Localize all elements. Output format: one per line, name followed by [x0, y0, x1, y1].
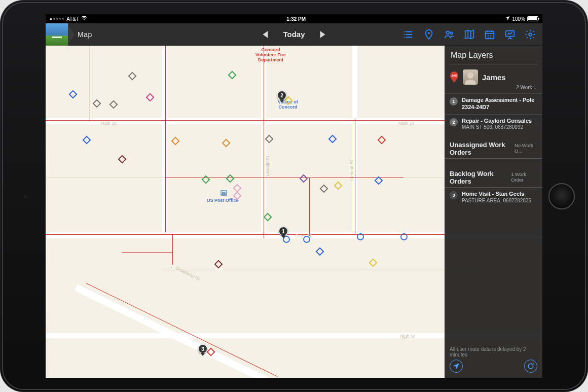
- svg-point-0: [404, 31, 405, 32]
- map-pin-2[interactable]: 2: [277, 90, 287, 100]
- work-order-item[interactable]: 1 Damage Assessment - Pole 2324-24D7: [445, 93, 542, 114]
- map-pin-1[interactable]: 1: [278, 226, 288, 236]
- work-order-item[interactable]: 2 Repair - Gaylord Gonsales MAIN ST 506,…: [445, 114, 542, 134]
- map-node[interactable]: [400, 233, 408, 240]
- street-label: Lincoln St: [265, 156, 270, 176]
- wifi-icon: [81, 16, 87, 22]
- postoffice-icon: [220, 190, 227, 196]
- app-header: Map Today: [46, 23, 542, 46]
- map-pin-icon[interactable]: [423, 28, 435, 41]
- street-label: Main St: [100, 121, 116, 126]
- footer-note: All user route data is delayed by 2 minu…: [450, 346, 537, 358]
- signal-dots: ●○○○○: [50, 17, 64, 21]
- work-order-badge: 1: [450, 97, 458, 105]
- settings-gear-icon[interactable]: [524, 28, 536, 41]
- user-work-count: 2 Work...: [445, 85, 542, 93]
- carrier-label: AT&T: [66, 16, 79, 22]
- panel-footer: All user route data is delayed by 2 minu…: [445, 342, 542, 378]
- next-day-button[interactable]: [320, 31, 325, 38]
- user-name: James: [482, 73, 506, 82]
- map-layers-panel: Map Layers JAS James 2 Work... 1 Damage …: [445, 46, 542, 378]
- calendar-icon[interactable]: [484, 28, 496, 41]
- map-node[interactable]: [357, 233, 364, 240]
- unassigned-header[interactable]: Unassigned Work Orders No Work O...: [445, 134, 542, 159]
- ios-status-bar: ●○○○○ AT&T 1:32 PM 100%: [46, 14, 542, 23]
- ipad-frame: ●○○○○ AT&T 1:32 PM 100% Map To: [0, 0, 588, 392]
- work-order-badge: 3: [450, 191, 458, 199]
- street-label: Broadway St: [175, 265, 200, 281]
- ipad-home-button[interactable]: [548, 183, 575, 209]
- map-node[interactable]: [303, 236, 310, 243]
- refresh-button[interactable]: [524, 360, 537, 373]
- svg-point-4: [446, 31, 449, 34]
- clock-label: 1:32 PM: [286, 16, 306, 22]
- street-label: Dixon St: [46, 69, 46, 86]
- date-label[interactable]: Today: [283, 30, 305, 39]
- street-label: Main St: [398, 121, 414, 126]
- poi-firedept: Concord Volunteer Fire Department: [255, 48, 286, 63]
- user-row[interactable]: JAS James: [445, 64, 542, 87]
- svg-point-8: [529, 33, 532, 36]
- street-label: High St: [400, 334, 415, 339]
- poi-postoffice: US Post Office: [207, 198, 239, 203]
- svg-point-2: [404, 37, 405, 38]
- app-logo[interactable]: [46, 23, 68, 46]
- map-view-icon[interactable]: [463, 28, 475, 41]
- presentation-icon[interactable]: [504, 28, 516, 41]
- street-label: Cleland St: [349, 160, 354, 181]
- content-area: Main St Main St Lincoln St State St Broa…: [46, 46, 542, 378]
- user-map-pin-icon: JAS: [450, 72, 459, 83]
- users-icon[interactable]: [443, 28, 455, 41]
- breadcrumb[interactable]: Map: [75, 30, 100, 39]
- locate-me-button[interactable]: [450, 360, 463, 373]
- breadcrumb-chevron: [67, 23, 75, 46]
- panel-title: Map Layers: [445, 46, 542, 64]
- work-order-item[interactable]: 3 Home Visit - Stan Geels PASTURE AREA, …: [445, 188, 542, 207]
- svg-text:JAS: JAS: [451, 74, 457, 77]
- backlog-header[interactable]: Backlog Work Orders 1 Work Order: [445, 159, 542, 188]
- svg-point-5: [450, 32, 452, 34]
- svg-rect-6: [486, 31, 494, 39]
- svg-point-3: [428, 32, 430, 34]
- svg-point-1: [404, 33, 405, 34]
- battery-pct: 100%: [512, 16, 525, 22]
- avatar: [463, 69, 478, 85]
- prev-day-button[interactable]: [263, 31, 268, 38]
- work-order-badge: 2: [450, 118, 458, 126]
- location-services-icon: [505, 16, 510, 22]
- app-screen: ●○○○○ AT&T 1:32 PM 100% Map To: [46, 14, 542, 378]
- list-icon[interactable]: [402, 28, 415, 41]
- map-pin-3[interactable]: 3: [198, 344, 208, 354]
- battery-icon: [527, 16, 538, 21]
- ipad-camera: [23, 194, 28, 199]
